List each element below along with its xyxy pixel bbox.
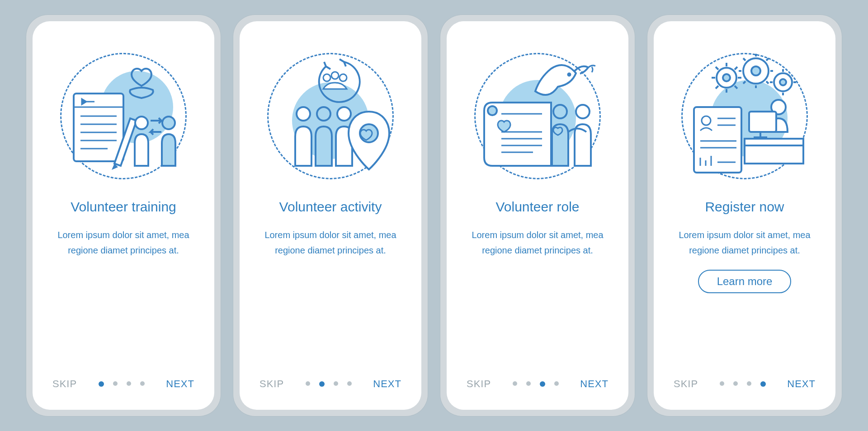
onboarding-screen: Volunteer trainingLorem ipsum dolor sit …: [33, 21, 214, 410]
onboarding-footer: SKIPNEXT: [259, 378, 401, 390]
page-indicator: [513, 381, 559, 387]
svg-point-3: [162, 117, 175, 129]
svg-point-14: [488, 106, 497, 115]
svg-point-15: [553, 105, 567, 118]
screen-body: Lorem ipsum dolor sit amet, mea regione …: [465, 227, 610, 258]
page-dot[interactable]: [733, 381, 738, 386]
page-dot[interactable]: [334, 381, 338, 386]
page-indicator: [99, 381, 145, 387]
onboarding-screen: Volunteer activityLorem ipsum dolor sit …: [240, 21, 421, 410]
onboarding-footer: SKIPNEXT: [674, 378, 816, 390]
onboarding-footer: SKIPNEXT: [467, 378, 609, 390]
screen-body: Lorem ipsum dolor sit amet, mea regione …: [51, 227, 196, 258]
svg-rect-27: [749, 112, 776, 132]
page-dot[interactable]: [113, 381, 118, 386]
role-icon: [474, 53, 601, 179]
page-dot[interactable]: [747, 381, 751, 386]
page-dot[interactable]: [306, 381, 310, 386]
page-dot[interactable]: [513, 381, 517, 386]
svg-point-9: [317, 107, 330, 121]
svg-point-2: [135, 117, 148, 129]
svg-rect-28: [745, 139, 803, 164]
screen-title: Volunteer training: [71, 199, 176, 215]
page-dot[interactable]: [140, 381, 145, 386]
learn-more-button[interactable]: Learn more: [698, 270, 792, 293]
phone-frame: Register nowLorem ipsum dolor sit amet, …: [647, 15, 842, 416]
page-dot[interactable]: [127, 381, 131, 386]
svg-point-16: [576, 105, 590, 118]
onboarding-screen: Volunteer roleLorem ipsum dolor sit amet…: [447, 21, 628, 410]
page-dot[interactable]: [347, 381, 352, 386]
next-button[interactable]: NEXT: [580, 378, 609, 390]
svg-point-13: [568, 74, 571, 76]
skip-button[interactable]: SKIP: [259, 378, 284, 390]
training-icon: [60, 53, 187, 179]
page-dot[interactable]: [526, 381, 531, 386]
page-dot[interactable]: [540, 381, 545, 387]
phone-frame: Volunteer trainingLorem ipsum dolor sit …: [26, 15, 221, 416]
next-button[interactable]: NEXT: [166, 378, 194, 390]
skip-button[interactable]: SKIP: [52, 378, 77, 390]
page-dot[interactable]: [554, 381, 559, 386]
phone-frame: Volunteer activityLorem ipsum dolor sit …: [233, 15, 428, 416]
svg-point-7: [323, 74, 330, 81]
phone-frame: Volunteer roleLorem ipsum dolor sit amet…: [440, 15, 635, 416]
page-dot[interactable]: [99, 381, 104, 387]
skip-button[interactable]: SKIP: [674, 378, 698, 390]
onboarding-screen: Register nowLorem ipsum dolor sit amet, …: [654, 21, 835, 410]
svg-point-5: [331, 72, 339, 79]
page-dot[interactable]: [760, 381, 766, 387]
activity-icon: [267, 53, 394, 179]
screen-body: Lorem ipsum dolor sit amet, mea regione …: [672, 227, 817, 258]
svg-point-10: [337, 107, 351, 121]
svg-point-21: [751, 66, 760, 75]
onboarding-footer: SKIPNEXT: [52, 378, 194, 390]
screen-title: Volunteer activity: [279, 199, 382, 215]
page-dot[interactable]: [319, 381, 325, 387]
page-indicator: [306, 381, 352, 387]
svg-point-23: [780, 79, 786, 85]
screen-title: Register now: [705, 199, 784, 215]
skip-button[interactable]: SKIP: [467, 378, 491, 390]
register-icon: [681, 53, 808, 179]
svg-point-19: [723, 74, 730, 81]
svg-point-8: [297, 107, 310, 121]
svg-point-11: [360, 124, 378, 142]
screen-body: Lorem ipsum dolor sit amet, mea regione …: [258, 227, 403, 258]
next-button[interactable]: NEXT: [373, 378, 401, 390]
page-indicator: [720, 381, 766, 387]
screen-title: Volunteer role: [495, 199, 579, 215]
next-button[interactable]: NEXT: [787, 378, 816, 390]
svg-point-6: [340, 74, 347, 81]
page-dot[interactable]: [720, 381, 724, 386]
